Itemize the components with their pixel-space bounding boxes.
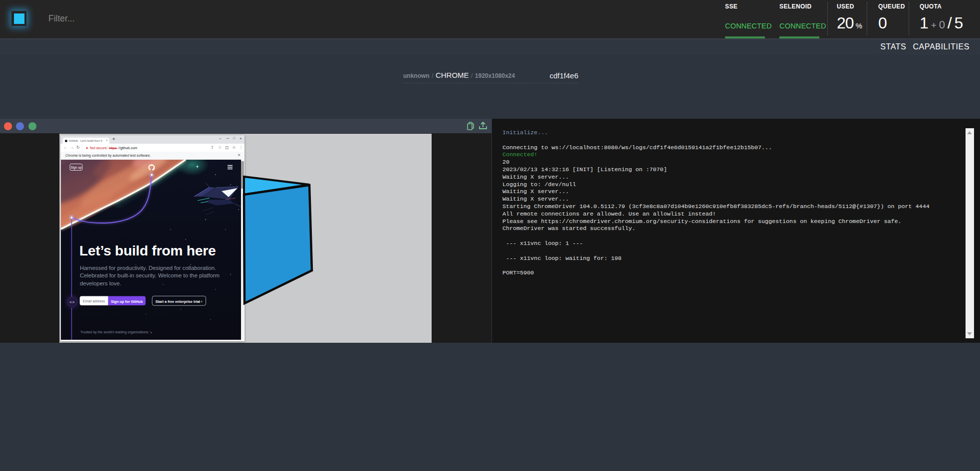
svg-text:Trusted by the world’s leading: Trusted by the world’s leading organizat… bbox=[80, 330, 152, 334]
svg-text:Celebrated for built-in securi: Celebrated for built-in security. Welcom… bbox=[80, 272, 220, 278]
svg-text:Harnessed for productivity. De: Harnessed for productivity. Designed for… bbox=[80, 265, 216, 271]
svg-text:<>: <> bbox=[69, 300, 75, 304]
svg-text:Sign up: Sign up bbox=[70, 166, 81, 170]
svg-text:Let’s build from here: Let’s build from here bbox=[79, 242, 216, 258]
svg-text:Start a free enterprise trial: Start a free enterprise trial › bbox=[156, 299, 203, 304]
svg-text:developers love.: developers love. bbox=[80, 280, 121, 286]
svg-text:Email address: Email address bbox=[83, 299, 105, 303]
svg-text:Sign up for GitHub: Sign up for GitHub bbox=[111, 299, 143, 304]
